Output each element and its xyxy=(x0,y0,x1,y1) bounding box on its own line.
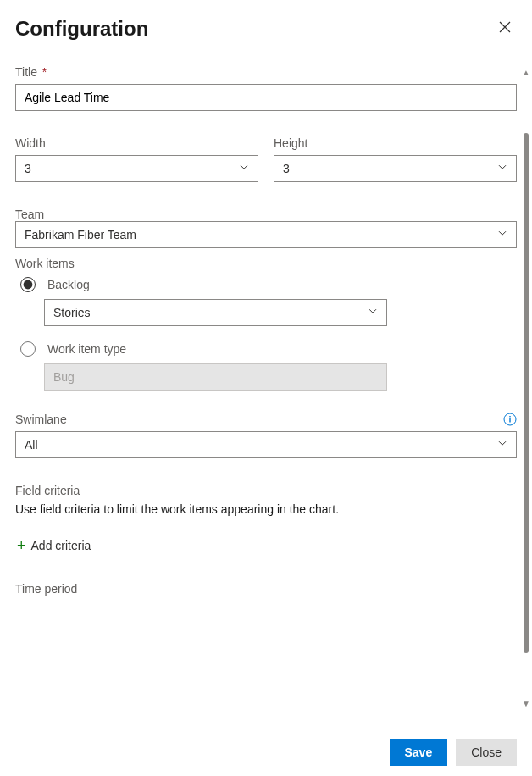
scrollbar-thumb[interactable] xyxy=(524,133,529,653)
swimlane-select[interactable]: All xyxy=(15,431,517,458)
plus-icon: + xyxy=(17,538,26,553)
team-value: Fabrikam Fiber Team xyxy=(25,228,136,241)
height-label: Height xyxy=(274,136,517,150)
chevron-down-icon xyxy=(368,305,378,319)
add-criteria-label: Add criteria xyxy=(31,539,91,552)
backlog-value: Stories xyxy=(53,306,91,319)
width-label: Width xyxy=(15,136,258,150)
backlog-radio[interactable] xyxy=(20,277,36,292)
chevron-down-icon xyxy=(497,437,507,451)
svg-rect-1 xyxy=(509,418,510,423)
add-criteria-button[interactable]: + Add criteria xyxy=(15,535,92,557)
chevron-down-icon xyxy=(497,161,507,175)
team-label: Team xyxy=(15,208,44,221)
save-button[interactable]: Save xyxy=(390,739,448,766)
panel-title: Configuration xyxy=(15,17,148,41)
scroll-down-arrow-icon: ▼ xyxy=(522,699,530,708)
fieldcriteria-helper: Use field criteria to limit the work ite… xyxy=(15,502,517,516)
close-footer-button[interactable]: Close xyxy=(456,739,517,766)
backlog-select[interactable]: Stories xyxy=(44,299,387,326)
title-label: Title * xyxy=(15,65,517,79)
title-input[interactable] xyxy=(15,84,517,111)
timeperiod-label: Time period xyxy=(15,582,517,596)
width-select[interactable]: 3 xyxy=(15,155,258,182)
team-select[interactable]: Fabrikam Fiber Team xyxy=(15,221,517,248)
height-select[interactable]: 3 xyxy=(274,155,517,182)
workitemtype-radio[interactable] xyxy=(20,341,36,357)
width-value: 3 xyxy=(25,162,31,175)
chevron-down-icon xyxy=(497,227,507,241)
workitemtype-label: Work item type xyxy=(47,342,126,356)
info-icon[interactable] xyxy=(503,413,517,426)
backlog-label: Backlog xyxy=(47,278,90,291)
svg-rect-2 xyxy=(509,416,510,417)
swimlane-label: Swimlane xyxy=(15,413,67,426)
scrollbar[interactable]: ▲ ▼ xyxy=(520,68,532,708)
scroll-up-arrow-icon: ▲ xyxy=(522,68,530,77)
required-marker: * xyxy=(42,65,47,79)
close-icon xyxy=(498,20,512,36)
chevron-down-icon xyxy=(239,161,249,175)
title-label-text: Title xyxy=(15,65,37,79)
height-value: 3 xyxy=(283,162,290,175)
swimlane-value: All xyxy=(25,438,38,452)
fieldcriteria-label: Field criteria xyxy=(15,484,517,497)
workitems-label: Work items xyxy=(15,257,517,270)
close-button[interactable] xyxy=(493,15,517,42)
workitemtype-value: Bug xyxy=(53,370,75,384)
workitemtype-select: Bug xyxy=(44,363,387,391)
